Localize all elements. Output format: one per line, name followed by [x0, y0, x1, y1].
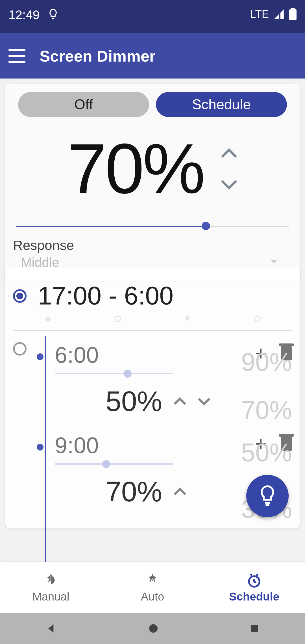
schedule-icon [246, 572, 262, 588]
svg-point-4 [254, 316, 260, 322]
nav-auto-label: Auto [141, 590, 164, 603]
fab-bulb-button[interactable] [246, 475, 289, 517]
svg-rect-1 [291, 8, 295, 10]
chevron-down-icon[interactable] [198, 397, 211, 406]
brightness-card: Off Schedule 70% Response Middle [5, 84, 300, 281]
dropdown-icon[interactable] [270, 259, 278, 264]
nav-schedule-label: Schedule [229, 590, 279, 603]
menu-icon[interactable] [8, 49, 25, 63]
battery-icon [289, 8, 297, 20]
signal-icon [273, 8, 285, 20]
svg-point-7 [149, 624, 158, 633]
brightness-value: 70% [67, 128, 204, 209]
mode-schedule-button[interactable]: Schedule [156, 92, 287, 117]
chevron-up-icon[interactable] [173, 488, 186, 496]
svg-point-3 [115, 316, 121, 322]
bulb-status-icon [47, 9, 59, 21]
schedule-item-slider[interactable] [55, 461, 173, 467]
brightness-up-button[interactable] [221, 148, 238, 159]
schedule-item-pct: 70% [106, 475, 162, 508]
schedule-range-radio[interactable] [13, 289, 27, 303]
chevron-up-icon[interactable] [173, 397, 186, 406]
home-icon[interactable] [148, 623, 159, 634]
brightness-slider[interactable] [16, 223, 289, 229]
recent-icon[interactable] [249, 623, 260, 634]
schedule-ghost-top: 90% [241, 348, 292, 377]
svg-text:A: A [150, 577, 155, 584]
nav-schedule[interactable]: Schedule [203, 562, 305, 613]
back-icon[interactable] [45, 622, 58, 635]
status-bar: 12:49 LTE [0, 0, 305, 33]
response-label: Response [13, 238, 292, 253]
content-area: Off Schedule 70% Response Middle [0, 79, 305, 562]
svg-rect-8 [251, 625, 258, 632]
network-label: LTE [250, 8, 269, 20]
svg-rect-0 [289, 9, 297, 20]
app-title: Screen Dimmer [40, 47, 156, 65]
brightness-down-button[interactable] [221, 179, 238, 190]
manual-icon [43, 572, 59, 588]
schedule-ghost-top: 50% [241, 438, 292, 467]
nav-manual[interactable]: Manual [0, 562, 102, 613]
mode-off-button[interactable]: Off [18, 92, 149, 117]
system-nav [0, 613, 305, 644]
auto-icon: A [145, 572, 160, 588]
status-time: 12:49 [8, 8, 40, 22]
schedule-item-pct: 50% [106, 385, 162, 417]
app-bar: Screen Dimmer [0, 33, 305, 79]
bottom-nav: Manual A Auto Schedule [0, 562, 305, 613]
nav-manual-label: Manual [32, 590, 69, 603]
ghost-icon-row [13, 313, 292, 325]
schedule-ghost-bottom: 70% [241, 396, 292, 425]
svg-point-2 [45, 317, 50, 321]
nav-auto[interactable]: A Auto [102, 562, 203, 613]
schedule-item-slider[interactable] [55, 371, 173, 377]
schedule-card: 17:00 - 6:00 + [5, 267, 300, 528]
schedule-range-text[interactable]: 17:00 - 6:00 [38, 281, 173, 310]
schedule-timeline-radio[interactable] [13, 342, 27, 356]
